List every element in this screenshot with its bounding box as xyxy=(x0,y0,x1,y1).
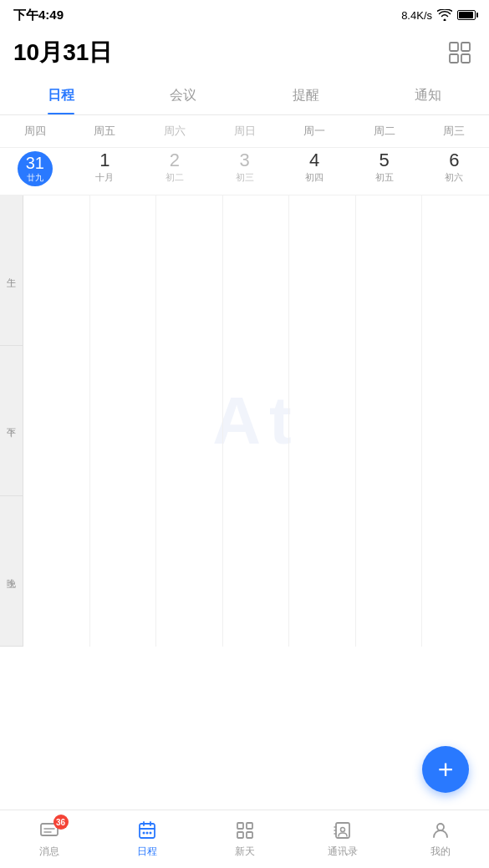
nav-item-schedule[interactable]: 日程 xyxy=(98,813,196,865)
battery-icon xyxy=(457,10,476,20)
schedule-col-sat xyxy=(156,195,223,647)
date-cell-3[interactable]: 3 初三 xyxy=(210,151,280,186)
schedule-area: 上午 下午 晚上 At xyxy=(0,195,489,647)
tab-meeting[interactable]: 会议 xyxy=(122,79,244,114)
nav-item-message[interactable]: 36 消息 xyxy=(0,813,98,865)
message-icon: 36 xyxy=(38,820,60,841)
nav-label-schedule: 日程 xyxy=(137,845,157,859)
status-right: 8.4K/s xyxy=(401,9,476,22)
svg-rect-3 xyxy=(461,54,470,63)
tab-reminder[interactable]: 提醒 xyxy=(245,79,367,114)
date-cell-6[interactable]: 6 初六 xyxy=(419,151,489,186)
bottom-nav: 36 消息 日程 新天 xyxy=(0,810,489,868)
date-cell-31[interactable]: 31 廿九 xyxy=(0,151,70,186)
tab-bar: 日程 会议 提醒 通知 xyxy=(0,79,489,115)
weekday-thu: 周四 xyxy=(0,124,70,144)
schedule-col-tue xyxy=(356,195,423,647)
time-column: 上午 下午 晚上 xyxy=(0,195,23,647)
apps-icon xyxy=(234,820,256,841)
schedule-col-wed xyxy=(422,195,489,647)
svg-point-14 xyxy=(340,828,344,832)
nav-label-message: 消息 xyxy=(39,845,59,859)
nav-item-profile[interactable]: 我的 xyxy=(391,813,489,865)
svg-point-15 xyxy=(437,824,444,830)
network-speed: 8.4K/s xyxy=(401,9,432,22)
calendar-view-button[interactable] xyxy=(444,37,476,69)
svg-rect-12 xyxy=(247,832,252,838)
time-label-morning: 上午 xyxy=(0,195,23,346)
svg-rect-5 xyxy=(140,824,155,838)
message-badge: 36 xyxy=(53,815,69,830)
svg-rect-0 xyxy=(450,43,458,51)
page-title: 10月31日 xyxy=(13,37,112,69)
status-time: 下午4:49 xyxy=(13,8,64,23)
svg-point-6 xyxy=(142,832,145,835)
schedule-icon xyxy=(136,820,158,841)
date-cell-4[interactable]: 4 初四 xyxy=(279,151,349,186)
weekday-tue: 周二 xyxy=(349,124,420,144)
svg-rect-9 xyxy=(237,823,243,829)
nav-label-apps: 新天 xyxy=(235,845,255,859)
calendar-grid-icon xyxy=(448,41,471,64)
svg-point-8 xyxy=(149,832,151,835)
week-header: 周四 周五 周六 周日 周一 周二 周三 xyxy=(0,115,489,148)
weekday-mon: 周一 xyxy=(279,124,349,144)
status-bar: 下午4:49 8.4K/s xyxy=(0,0,489,30)
nav-label-contacts: 通讯录 xyxy=(328,845,358,859)
schedule-grid: At xyxy=(23,195,489,647)
svg-rect-1 xyxy=(461,43,470,51)
date-cell-5[interactable]: 5 初五 xyxy=(349,151,420,186)
nav-label-profile: 我的 xyxy=(430,845,451,859)
person-icon xyxy=(430,820,451,841)
svg-rect-10 xyxy=(247,823,252,829)
weekday-wed: 周三 xyxy=(419,124,489,144)
date-cell-2[interactable]: 2 初二 xyxy=(140,151,210,186)
svg-rect-2 xyxy=(450,54,458,63)
nav-item-contacts[interactable]: 通讯录 xyxy=(293,813,391,865)
nav-item-apps[interactable]: 新天 xyxy=(196,813,293,865)
svg-point-7 xyxy=(145,832,148,835)
header: 10月31日 xyxy=(0,30,489,79)
contacts-icon xyxy=(332,820,354,841)
weekday-sun: 周日 xyxy=(210,124,280,144)
plus-icon: + xyxy=(438,756,454,783)
schedule-col-sun xyxy=(223,195,290,647)
date-row: 31 廿九 1 十月 2 初二 3 初三 4 初四 5 初五 6 初六 xyxy=(0,148,489,195)
schedule-col-fri xyxy=(90,195,157,647)
time-label-afternoon: 下午 xyxy=(0,346,23,496)
weekday-fri: 周五 xyxy=(70,124,140,144)
weekday-sat: 周六 xyxy=(140,124,210,144)
schedule-col-thu xyxy=(23,195,90,647)
svg-rect-11 xyxy=(237,832,243,838)
time-label-evening: 晚上 xyxy=(0,496,23,647)
add-event-button[interactable]: + xyxy=(422,746,469,793)
wifi-icon xyxy=(437,9,452,21)
tab-schedule[interactable]: 日程 xyxy=(0,79,122,114)
date-cell-1[interactable]: 1 十月 xyxy=(70,151,140,186)
schedule-col-mon xyxy=(289,195,356,647)
tab-notification[interactable]: 通知 xyxy=(367,79,489,114)
